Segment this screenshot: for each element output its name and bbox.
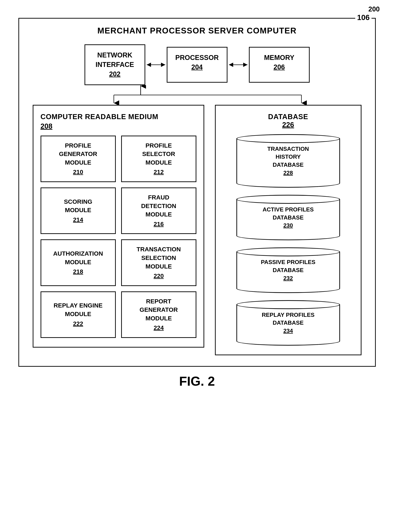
module-label-0: PROFILEGENERATORMODULE [59,141,97,167]
cylinder-bottom-1 [236,179,340,188]
module-profile-generator: PROFILEGENERATORMODULE 210 [41,136,116,182]
network-interface-label: NETWORKINTERFACE [96,51,134,68]
module-label-1: PROFILESELECTORMODULE [142,141,175,167]
db-passive-profiles: PASSIVE PROFILESDATABASE 232 [225,247,352,293]
db-ref-0: 228 [283,169,293,177]
module-ref-0: 210 [73,168,83,176]
module-label-4: AUTHORIZATIONMODULE [53,249,103,266]
merchant-title: MERCHANT PROCESSOR SERVER COMPUTER [28,26,366,35]
module-report-generator: REPORTGENERATORMODULE 224 [121,291,196,338]
module-ref-6: 222 [73,319,83,328]
module-ref-4: 218 [73,267,83,276]
db-label-3: REPLAY PROFILESDATABASE [262,311,315,327]
module-scoring: SCORINGMODULE 214 [41,187,116,234]
cylinder-body-2: ACTIVE PROFILESDATABASE 230 [236,199,340,231]
cylinder-top-4 [236,300,340,309]
db-label-1: ACTIVE PROFILESDATABASE [263,206,314,222]
vertical-arrows-area [28,85,366,105]
processor-box: PROCESSOR 204 [167,47,228,83]
cylinder-body-1: TRANSACTIONHISTORYDATABASE 228 [236,139,340,179]
cylinder-body-3: PASSIVE PROFILESDATABASE 232 [236,252,340,284]
module-replay-engine: REPLAY ENGINEMODULE 222 [41,291,116,338]
module-authorization: AUTHORIZATIONMODULE 218 [41,239,116,286]
module-ref-5: 220 [154,272,164,280]
cylinder-top-1 [236,134,340,143]
fig-label: FIG. 2 [179,374,215,388]
processor-ref: 204 [175,62,220,72]
module-grid: PROFILEGENERATORMODULE 210 PROFILESELECT… [41,136,196,338]
module-ref-7: 224 [154,324,164,332]
db-label-2: PASSIVE PROFILESDATABASE [261,258,315,274]
arrow-proc-mem [228,61,249,68]
db-label: DATABASE [225,113,352,121]
cylinder-top-3 [236,247,340,256]
top-components-row: NETWORKINTERFACE 202 [28,44,366,85]
module-ref-3: 216 [154,220,164,229]
cylinder-bottom-3 [236,284,340,293]
module-label-6: REPLAY ENGINEMODULE [54,301,103,318]
network-interface-box: NETWORKINTERFACE 202 [84,44,145,85]
module-label-3: FRAUDDETECTIONMODULE [141,193,176,219]
db-ref: 226 [225,121,352,129]
crm-box: COMPUTER READABLE MEDIUM 208 PROFILEGENE… [33,105,204,348]
db-replay-profiles: REPLAY PROFILESDATABASE 234 [225,300,352,346]
memory-label: MEMORY [264,54,295,61]
db-active-profiles: ACTIVE PROFILESDATABASE 230 [225,195,352,240]
crm-label: COMPUTER READABLE MEDIUM [41,113,196,121]
module-fraud-detection: FRAUDDETECTIONMODULE 216 [121,187,196,234]
module-ref-1: 212 [154,168,164,176]
module-label-7: REPORTGENERATORMODULE [140,297,178,323]
db-ref-2: 232 [283,274,293,282]
arrow-ni-proc [145,61,167,68]
crm-ref: 208 [41,122,196,130]
db-label-0: TRANSACTIONHISTORYDATABASE [267,145,309,169]
database-box: DATABASE 226 TRANSACTIONHISTORYDATABASE … [215,105,362,355]
cylinder-bottom-2 [236,231,340,240]
module-profile-selector: PROFILESELECTORMODULE 212 [121,136,196,182]
network-interface-ref: 202 [92,69,137,79]
module-transaction-selection: TRANSACTIONSELECTIONMODULE 220 [121,239,196,286]
db-transaction-history: TRANSACTIONHISTORYDATABASE 228 [225,134,352,188]
db-ref-3: 234 [283,327,293,335]
module-ref-2: 214 [73,216,83,224]
merchant-ref: 106 [355,13,371,22]
cylinder-bottom-4 [236,337,340,346]
module-label-5: TRANSACTIONSELECTIONMODULE [136,245,181,271]
memory-ref: 206 [257,62,302,72]
cylinder-body-4: REPLAY PROFILESDATABASE 234 [236,305,340,337]
db-ref-1: 230 [283,221,293,229]
cylinder-top-2 [236,195,340,204]
bottom-row: COMPUTER READABLE MEDIUM 208 PROFILEGENE… [28,105,366,355]
merchant-processor-box: 106 MERCHANT PROCESSOR SERVER COMPUTER N… [18,18,376,367]
module-label-2: SCORINGMODULE [64,197,92,214]
memory-box: MEMORY 206 [249,47,310,83]
processor-label: PROCESSOR [175,54,219,61]
